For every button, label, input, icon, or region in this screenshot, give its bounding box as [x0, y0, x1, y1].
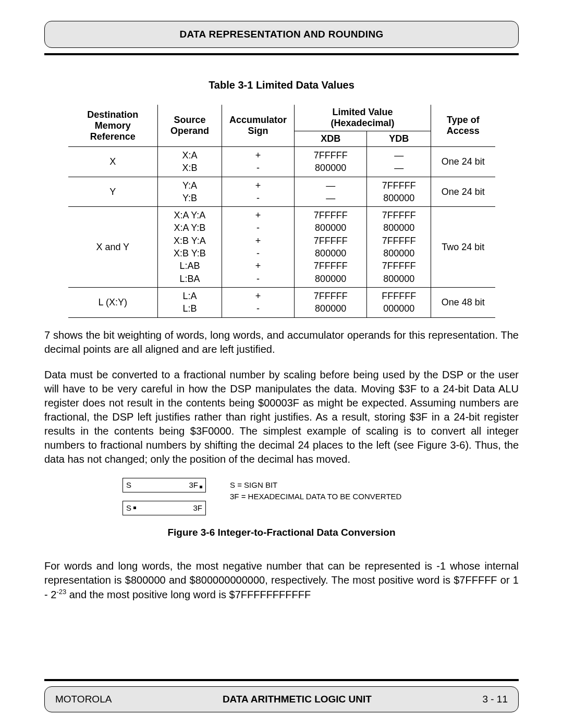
table-cell: L:AL:B: [157, 287, 222, 317]
table-row: X and YX:A Y:AX:A Y:BX:B Y:AX:B Y:BL:ABL…: [68, 207, 495, 288]
table-cell: +-: [222, 177, 294, 207]
hdr-ydb: YDB: [389, 133, 409, 144]
table-cell: +-: [222, 147, 294, 177]
table-cell: 7FFFFF800000: [295, 287, 367, 317]
table-cell: 7FFFFF8000007FFFFF8000007FFFFF800000: [367, 207, 431, 288]
hdr-type1: Type of: [447, 115, 480, 125]
footer-left: MOTOROLA: [55, 694, 112, 705]
page-header: DATA REPRESENTATION AND ROUNDING: [44, 21, 519, 48]
figure-caption: Figure 3-6 Integer-to-Fractional Data Co…: [44, 527, 519, 538]
table-cell: X: [68, 147, 158, 177]
limited-values-table: Destination Memory Reference Source Oper…: [68, 105, 495, 318]
table-cell: X and Y: [68, 207, 158, 288]
table-cell: One 24 bit: [431, 147, 495, 177]
footer-rule: [44, 679, 519, 681]
header-title: DATA REPRESENTATION AND ROUNDING: [179, 29, 383, 40]
hdr-acc2: Sign: [248, 126, 268, 136]
figure-legend-2: 3F = HEXADECIMAL DATA TO BE CONVERTED: [230, 489, 401, 503]
page-content: Table 3-1 Limited Data Values Destinatio…: [44, 55, 519, 676]
para3-post: and the most positive long word is $7FFF…: [66, 588, 311, 600]
table-cell: Two 24 bit: [431, 207, 495, 288]
table-cell: X:A Y:AX:A Y:BX:B Y:AX:B Y:BL:ABL:BA: [157, 207, 222, 288]
table-cell: One 24 bit: [431, 177, 495, 207]
box2-left: S: [126, 503, 136, 512]
hdr-src1: Source: [174, 115, 205, 125]
figure-box-top: S 3F: [123, 478, 206, 492]
figure-3-6: S 3F S = SIGN BIT S 3F 3F = HEXADECIMAL …: [44, 478, 519, 538]
paragraph-2: Data must be converted to a fractional n…: [44, 368, 519, 466]
table-row: XX:AX:B+-7FFFFF800000——One 24 bit: [68, 147, 495, 177]
hdr-dest1: Destination: [87, 109, 138, 120]
table-row: YY:AY:B+-——7FFFFF800000One 24 bit: [68, 177, 495, 207]
paragraph-3: For words and long words, the most negat…: [44, 559, 519, 602]
table-cell: L (X:Y): [68, 287, 158, 317]
figure-box-bottom: S 3F: [123, 501, 206, 515]
hdr-dest2: Memory Reference: [90, 120, 136, 142]
hdr-acc1: Accumulator: [229, 115, 287, 125]
table-cell: 7FFFFF800000: [295, 147, 367, 177]
table-cell: 7FFFFF800000: [367, 177, 431, 207]
hdr-xdb: XDB: [321, 133, 340, 144]
table-cell: +-: [222, 287, 294, 317]
box2-right: 3F: [193, 503, 202, 512]
footer-right: 3 - 11: [482, 694, 508, 705]
box1-right: 3F: [189, 480, 202, 489]
page-footer: MOTOROLA DATA ARITHMETIC LOGIC UNIT 3 - …: [44, 686, 519, 712]
table-cell: ——: [295, 177, 367, 207]
table-row: L (X:Y)L:AL:B+-7FFFFF800000FFFFFF000000O…: [68, 287, 495, 317]
paragraph-1: 7 shows the bit weighting of words, long…: [44, 328, 519, 356]
table-cell: 7FFFFF8000007FFFFF8000007FFFFF800000: [295, 207, 367, 288]
para3-sup: -23: [56, 588, 66, 596]
table-cell: ——: [367, 147, 431, 177]
footer-center: DATA ARITHMETIC LOGIC UNIT: [223, 694, 372, 705]
table-cell: Y: [68, 177, 158, 207]
table-cell: FFFFFF000000: [367, 287, 431, 317]
hdr-lv: Limited Value (Hexadecimal): [331, 107, 395, 128]
table-caption: Table 3-1 Limited Data Values: [44, 79, 519, 91]
table-cell: X:AX:B: [157, 147, 222, 177]
table-cell: One 48 bit: [431, 287, 495, 317]
box1-left: S: [126, 480, 131, 489]
hdr-type2: Access: [447, 126, 480, 136]
table-cell: +-+-+-: [222, 207, 294, 288]
hdr-src2: Operand: [170, 126, 209, 136]
table-cell: Y:AY:B: [157, 177, 222, 207]
